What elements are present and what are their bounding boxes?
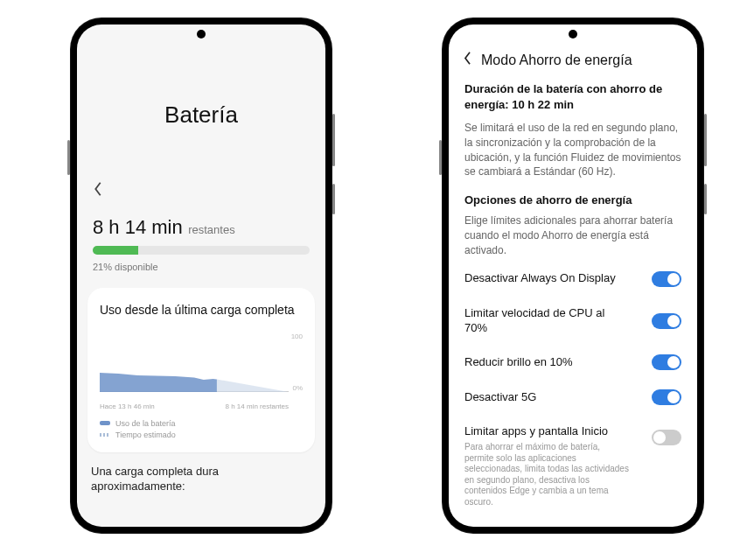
usage-card[interactable]: Uso desde la última carga completa 100 0… xyxy=(87,288,315,452)
option-cpu-limit[interactable]: Limitar velocidad de CPU al 70% xyxy=(449,297,697,346)
toggle-cpu-limit[interactable] xyxy=(652,313,681,329)
toggle-always-on-display[interactable] xyxy=(652,271,681,287)
legend-swatch-usage-icon xyxy=(100,421,110,425)
legend-usage: Uso de la batería xyxy=(115,419,176,428)
available-text: 21% disponible xyxy=(93,262,310,272)
page-title: Modo Ahorro de energía xyxy=(481,52,632,68)
front-camera-icon xyxy=(197,30,206,38)
options-section-title: Opciones de ahorro de energía xyxy=(464,193,681,206)
option-label: Reducir brillo en 10% xyxy=(464,355,573,370)
options-section-desc: Elige límites adicionales para ahorrar b… xyxy=(464,214,681,257)
screen-power-saving: Modo Ahorro de energía Duración de la ba… xyxy=(449,24,697,527)
battery-bar-fill xyxy=(93,246,138,255)
duration-label: Duración de la batería con ahorro de ene… xyxy=(464,81,681,112)
duration-desc: Se limitará el uso de la red en segundo … xyxy=(464,121,681,179)
chart-x-left: Hace 13 h 46 min xyxy=(100,402,155,410)
full-charge-duration: Una carga completa dura aproximadamente: xyxy=(91,465,311,494)
chart-svg xyxy=(100,332,289,392)
toggle-limit-apps[interactable] xyxy=(652,430,681,445)
chevron-left-icon xyxy=(463,51,472,66)
option-limit-apps[interactable]: Limitar apps y pantalla Inicio Para ahor… xyxy=(449,415,697,517)
battery-bar xyxy=(93,246,310,255)
remaining-time: 8 h 14 min xyxy=(93,216,183,238)
options-list: Desactivar Always On Display Limitar vel… xyxy=(449,262,697,518)
toggle-5g[interactable] xyxy=(652,389,681,405)
option-label: Limitar velocidad de CPU al 70% xyxy=(464,306,622,336)
screen-battery: Batería 8 h 14 min restantes 21% disponi… xyxy=(77,24,325,527)
back-button[interactable] xyxy=(93,181,108,197)
chevron-left-icon xyxy=(93,181,103,197)
chart-legend: Uso de la batería Tiempo estimado xyxy=(100,419,303,439)
page-title: Batería xyxy=(77,102,325,129)
option-label: Desactivar 5G xyxy=(464,390,536,405)
front-camera-icon xyxy=(569,30,577,38)
battery-usage-chart: 100 0% xyxy=(100,332,303,401)
toggle-brightness[interactable] xyxy=(652,354,681,370)
legend-est: Tiempo estimado xyxy=(115,430,176,439)
option-always-on-display[interactable]: Desactivar Always On Display xyxy=(449,262,697,297)
option-5g[interactable]: Desactivar 5G xyxy=(449,380,697,415)
legend-swatch-est-icon xyxy=(100,433,110,437)
option-sub: Para ahorrar el máximo de batería, permi… xyxy=(464,442,631,508)
usage-card-title: Uso desde la última carga completa xyxy=(100,302,303,318)
chart-x-right: 8 h 14 min restantes xyxy=(226,402,289,410)
option-brightness[interactable]: Reducir brillo en 10% xyxy=(449,345,697,380)
chart-y-0: 0% xyxy=(292,384,303,392)
option-label: Desactivar Always On Display xyxy=(464,271,616,286)
back-button[interactable] xyxy=(463,51,472,69)
phone-frame-power-saving: Modo Ahorro de energía Duración de la ba… xyxy=(442,18,704,534)
chart-y-100: 100 xyxy=(291,332,303,340)
phone-frame-battery: Batería 8 h 14 min restantes 21% disponi… xyxy=(70,18,332,534)
remaining-block: 8 h 14 min restantes 21% disponible xyxy=(93,216,310,272)
option-label: Limitar apps y pantalla Inicio xyxy=(464,424,622,439)
remaining-suffix: restantes xyxy=(188,223,234,236)
